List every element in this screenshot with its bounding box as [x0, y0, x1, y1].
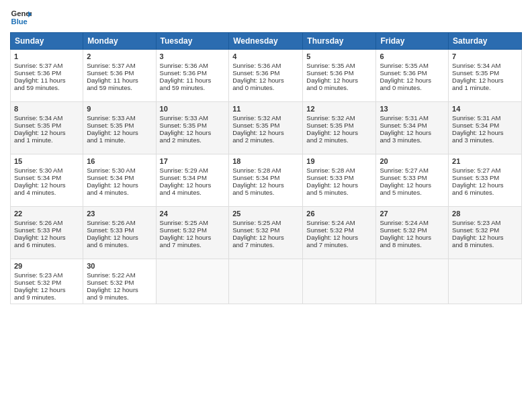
day-number: 23 [87, 210, 152, 218]
day-info-line: Sunset: 5:36 PM [87, 69, 152, 77]
day-info-line: Daylight: 12 hours [452, 234, 518, 241]
day-info-line: Sunrise: 5:23 AM [14, 271, 79, 279]
day-info-line: Daylight: 12 hours [14, 286, 79, 293]
day-info-line: Daylight: 12 hours [380, 77, 445, 84]
day-info-line: Sunrise: 5:27 AM [452, 167, 518, 174]
day-info-line: Daylight: 12 hours [160, 234, 226, 241]
calendar-cell: 28Sunrise: 5:23 AMSunset: 5:32 PMDayligh… [449, 207, 522, 259]
day-info-line: Sunset: 5:33 PM [452, 174, 518, 181]
day-info-line: Sunrise: 5:26 AM [14, 219, 79, 226]
day-info-line: Sunset: 5:34 PM [14, 174, 79, 181]
day-info-line: Sunset: 5:34 PM [87, 174, 152, 181]
day-info-line: Sunset: 5:32 PM [306, 226, 372, 234]
calendar-cell: 24Sunrise: 5:25 AMSunset: 5:32 PMDayligh… [156, 207, 229, 259]
day-info-line: and 0 minutes. [306, 84, 372, 91]
calendar-week-5: 29Sunrise: 5:23 AMSunset: 5:32 PMDayligh… [11, 259, 522, 304]
day-number: 26 [306, 210, 372, 218]
calendar-cell: 14Sunrise: 5:31 AMSunset: 5:34 PMDayligh… [449, 102, 522, 154]
logo: General Blue [10, 7, 32, 28]
day-number: 9 [87, 105, 152, 113]
day-info-line: Sunset: 5:35 PM [160, 122, 226, 129]
day-number: 8 [14, 105, 79, 113]
day-info-line: and 1 minute. [452, 84, 518, 91]
day-info-line: Daylight: 12 hours [87, 129, 152, 136]
day-info-line: and 4 minutes. [14, 189, 79, 196]
day-number: 7 [452, 52, 518, 60]
day-info-line: Daylight: 12 hours [306, 181, 372, 189]
day-info-line: Sunrise: 5:25 AM [160, 219, 226, 226]
day-info-line: Daylight: 12 hours [87, 181, 152, 189]
day-info-line: Daylight: 12 hours [232, 234, 299, 241]
day-info-line: Daylight: 12 hours [160, 181, 226, 189]
calendar-cell: 13Sunrise: 5:31 AMSunset: 5:34 PMDayligh… [376, 102, 449, 154]
day-info-line: Daylight: 12 hours [380, 234, 445, 241]
day-info-line: Daylight: 12 hours [87, 234, 152, 241]
day-info-line: Daylight: 12 hours [306, 234, 372, 241]
day-info-line: Sunrise: 5:24 AM [306, 219, 372, 226]
calendar-cell [303, 259, 376, 304]
day-info-line: Sunrise: 5:30 AM [87, 167, 152, 174]
day-number: 4 [232, 52, 299, 60]
day-info-line: and 5 minutes. [232, 189, 299, 196]
day-info-line: Daylight: 12 hours [87, 286, 152, 293]
day-info-line: Sunrise: 5:37 AM [14, 62, 79, 69]
day-info-line: and 59 minutes. [160, 84, 226, 91]
day-info-line: Daylight: 11 hours [160, 77, 226, 84]
day-number: 2 [87, 52, 152, 60]
day-info-line: Sunrise: 5:33 AM [87, 114, 152, 122]
day-info-line: Sunrise: 5:32 AM [232, 114, 299, 122]
day-info-line: Sunset: 5:35 PM [306, 122, 372, 129]
day-info-line: Sunrise: 5:31 AM [452, 114, 518, 122]
weekday-header-monday: Monday [83, 33, 156, 50]
calendar-cell [156, 259, 229, 304]
day-info-line: and 9 minutes. [14, 293, 79, 301]
day-info-line: Sunrise: 5:33 AM [160, 114, 226, 122]
day-number: 5 [306, 52, 372, 60]
day-number: 14 [452, 105, 518, 113]
day-info-line: Sunrise: 5:25 AM [232, 219, 299, 226]
calendar-cell: 6Sunrise: 5:35 AMSunset: 5:36 PMDaylight… [376, 50, 449, 102]
day-info-line: Sunrise: 5:26 AM [87, 219, 152, 226]
day-info-line: Sunset: 5:35 PM [452, 69, 518, 77]
calendar-page: General Blue SundayMondayTuesdayWednesda… [0, 0, 532, 411]
day-info-line: Sunset: 5:34 PM [232, 174, 299, 181]
day-info-line: and 5 minutes. [380, 189, 445, 196]
calendar-cell: 7Sunrise: 5:34 AMSunset: 5:35 PMDaylight… [449, 50, 522, 102]
weekday-header-friday: Friday [376, 33, 449, 50]
day-info-line: Sunset: 5:34 PM [160, 174, 226, 181]
day-info-line: Sunrise: 5:35 AM [380, 62, 445, 69]
calendar-cell: 10Sunrise: 5:33 AMSunset: 5:35 PMDayligh… [156, 102, 229, 154]
day-info-line: Daylight: 11 hours [14, 77, 79, 84]
day-info-line: Sunset: 5:32 PM [14, 279, 79, 286]
day-number: 28 [452, 210, 518, 218]
weekday-header-row: SundayMondayTuesdayWednesdayThursdayFrid… [11, 33, 522, 50]
calendar-cell [449, 259, 522, 304]
calendar-week-4: 22Sunrise: 5:26 AMSunset: 5:33 PMDayligh… [11, 207, 522, 259]
day-info-line: Daylight: 12 hours [14, 129, 79, 136]
day-info-line: Sunset: 5:35 PM [87, 122, 152, 129]
day-info-line: Daylight: 12 hours [14, 234, 79, 241]
day-info-line: Sunrise: 5:27 AM [380, 167, 445, 174]
day-info-line: Sunset: 5:33 PM [380, 174, 445, 181]
day-info-line: Sunrise: 5:30 AM [14, 167, 79, 174]
day-info-line: and 1 minute. [14, 136, 79, 144]
day-info-line: and 3 minutes. [380, 136, 445, 144]
calendar-cell: 30Sunrise: 5:22 AMSunset: 5:32 PMDayligh… [83, 259, 156, 304]
day-info-line: and 8 minutes. [380, 241, 445, 248]
day-info-line: and 3 minutes. [452, 136, 518, 144]
day-info-line: and 2 minutes. [232, 136, 299, 144]
calendar-cell: 5Sunrise: 5:35 AMSunset: 5:36 PMDaylight… [303, 50, 376, 102]
day-info-line: Sunset: 5:32 PM [452, 226, 518, 234]
day-info-line: Sunrise: 5:32 AM [306, 114, 372, 122]
day-info-line: Sunrise: 5:28 AM [306, 167, 372, 174]
day-info-line: Sunrise: 5:34 AM [452, 62, 518, 69]
day-info-line: Daylight: 12 hours [232, 129, 299, 136]
logo-icon: General Blue [10, 7, 32, 28]
day-info-line: and 5 minutes. [306, 189, 372, 196]
day-info-line: Daylight: 12 hours [160, 129, 226, 136]
calendar-cell: 20Sunrise: 5:27 AMSunset: 5:33 PMDayligh… [376, 154, 449, 207]
calendar-week-2: 8Sunrise: 5:34 AMSunset: 5:35 PMDaylight… [11, 102, 522, 154]
day-info-line: and 59 minutes. [87, 84, 152, 91]
calendar-cell: 22Sunrise: 5:26 AMSunset: 5:33 PMDayligh… [11, 207, 83, 259]
calendar-cell: 27Sunrise: 5:24 AMSunset: 5:32 PMDayligh… [376, 207, 449, 259]
